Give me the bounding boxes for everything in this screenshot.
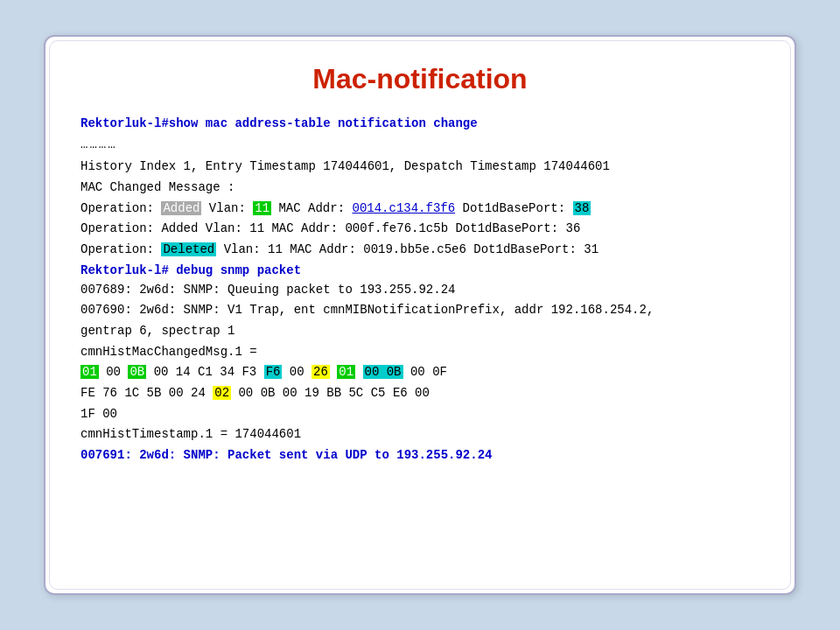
op1-vlan-value: 11 [253,201,271,215]
op1-prefix: Operation: [80,201,161,215]
hex1-01b: 01 [337,365,355,379]
command-line-1: Rektorluk-l#show mac address-table notif… [80,115,760,134]
snmp-line-2: 007690: 2w6d: SNMP: V1 Trap, ent cmnMIBN… [80,301,760,320]
op1-mac-value: 0014.c134.f3f6 [352,201,455,215]
op1-dot-value: 38 [573,201,592,215]
hex-line-2: FE 76 1C 5B 00 24 02 00 0B 00 19 BB 5C C… [80,384,760,403]
operation-2: Operation: Added Vlan: 11 MAC Addr: 000f… [80,220,760,239]
cmn-hist-label: cmnHistMacChangedMsg.1 = [80,343,760,362]
hex1-000b: 00 0B [363,365,403,379]
hex1-p2: 00 14 C1 34 F3 [146,365,263,379]
hex1-0b: 0B [128,365,146,379]
hex1-p5 [355,365,362,379]
hex1-h1: 01 [80,365,99,379]
op1-dot-label: Dot1dBasePort: [455,201,572,215]
snmp-line-1: 007689: 2w6d: SNMP: Queuing packet to 19… [80,281,760,300]
hex1-p1: 00 [99,365,129,379]
cmn-ts-label: cmnHistTimestamp.1 = 174044601 [80,425,760,444]
hex2-pre: FE 76 1C 5B 00 24 [80,386,213,400]
operation-1: Operation: Added Vlan: 11 MAC Addr: 0014… [80,200,760,219]
op1-vlan-label: Vlan: [201,201,253,215]
main-card: Mac-notification Rektorluk-l#show mac ad… [44,35,796,595]
hex1-p6: 00 0F [403,365,447,379]
hex2-rest: 00 0B 00 19 BB 5C C5 E6 00 [231,386,430,400]
operation-3: Operation: Deleted Vlan: 11 MAC Addr: 00… [80,241,760,260]
hex-line-1: 01 00 0B 00 14 C1 34 F3 F6 00 26 01 00 0… [80,363,760,382]
op1-mac-label: MAC Addr: [271,201,352,215]
hex1-p3: 00 [282,365,312,379]
hex2-02: 02 [213,386,231,400]
op1-added-highlight: Added [161,201,201,215]
debug-command: Rektorluk-l# debug snmp packet [80,262,760,281]
dots-separator: ………… [80,136,760,155]
op3-prefix: Operation: [80,242,161,256]
op3-rest: Vlan: 11 MAC Addr: 0019.bb5e.c5e6 Dot1dB… [216,242,598,256]
snmp-line-4: 007691: 2w6d: SNMP: Packet sent via UDP … [80,446,760,466]
page-title: Mac-notification [80,63,760,95]
mac-changed-label: MAC Changed Message : [80,178,760,198]
history-line: History Index 1, Entry Timestamp 1740446… [80,158,760,177]
op3-deleted-highlight: Deleted [161,242,216,256]
hex1-26: 26 [312,365,330,379]
hex1-01: 01 [80,365,99,379]
snmp-line-3: gentrap 6, spectrap 1 [80,322,760,341]
hex-line-3: 1F 00 [80,405,760,424]
hex1-f6: F6 [264,365,283,379]
content-area: Rektorluk-l#show mac address-table notif… [80,115,760,466]
